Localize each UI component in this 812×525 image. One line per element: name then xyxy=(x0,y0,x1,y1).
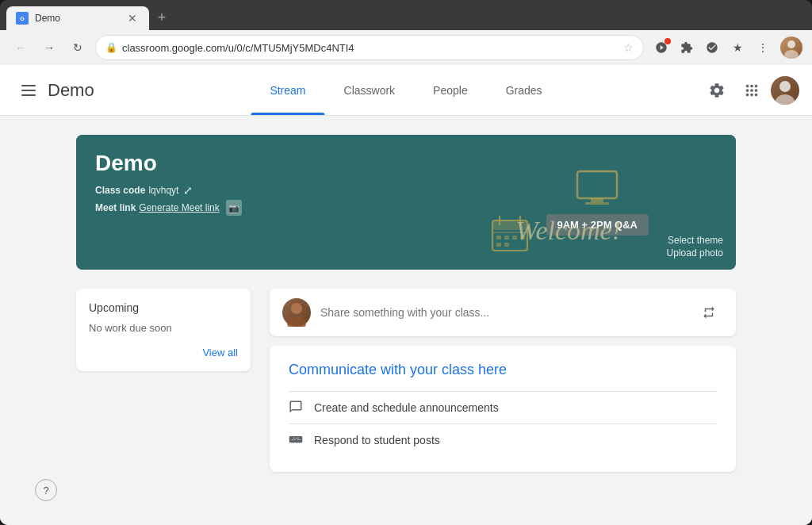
omnibox[interactable]: 🔒 classroom.google.com/u/0/c/MTU5MjY5MDc… xyxy=(95,35,644,60)
class-code-value: lqvhqyt xyxy=(148,185,178,196)
user-avatar[interactable] xyxy=(771,76,799,105)
nav-classwork[interactable]: Classwork xyxy=(325,65,415,115)
nav-people[interactable]: People xyxy=(414,65,487,115)
svg-text:G: G xyxy=(20,16,25,21)
app-logo: Demo xyxy=(48,80,94,101)
active-tab[interactable]: G Demo ✕ xyxy=(6,6,149,30)
generate-meet-link-btn[interactable]: Generate Meet link xyxy=(139,202,219,213)
bookmark-icon[interactable]: ☆ xyxy=(623,41,634,54)
settings-btn[interactable] xyxy=(701,75,733,106)
class-banner: Demo Class code lqvhqyt ⤢ Meet link Gene… xyxy=(76,135,736,270)
profiles-btn[interactable] xyxy=(701,36,723,59)
page-content: Demo Stream Classwork People Grades xyxy=(0,65,812,525)
more-btn[interactable]: ⋮ xyxy=(752,36,774,59)
svg-point-23 xyxy=(291,303,302,314)
svg-rect-5 xyxy=(21,90,36,91)
svg-point-7 xyxy=(779,81,791,92)
communicate-item-1-text: Create and schedule announcements xyxy=(314,401,499,414)
announcement-icon xyxy=(289,400,304,416)
app-nav: Stream Classwork People Grades xyxy=(251,65,561,115)
svg-rect-22 xyxy=(504,243,509,247)
tab-bar: G Demo ✕ + xyxy=(0,0,812,30)
bookmark-star-btn[interactable]: ★ xyxy=(726,36,749,59)
reload-btn[interactable]: ↻ xyxy=(67,36,89,59)
class-code-label: Class code xyxy=(95,185,145,196)
help-area: ? xyxy=(35,479,57,501)
svg-point-24 xyxy=(287,316,306,327)
communicate-card: Communicate with your class here Create … xyxy=(270,346,736,472)
browser-avatar[interactable] xyxy=(780,36,802,59)
code-expand-icon[interactable]: ⤢ xyxy=(183,184,193,197)
browser-frame: G Demo ✕ + ← → ↻ 🔒 classroom.google.com/… xyxy=(0,0,812,525)
communicate-title: Communicate with your class here xyxy=(289,362,717,378)
apps-btn[interactable] xyxy=(736,75,768,106)
svg-point-3 xyxy=(784,50,799,59)
download-icon-btn[interactable] xyxy=(650,36,672,59)
svg-rect-11 xyxy=(585,202,609,205)
svg-rect-18 xyxy=(504,236,509,240)
upcoming-panel: Upcoming No work due soon View all xyxy=(76,289,251,371)
svg-rect-9 xyxy=(577,171,617,198)
new-tab-btn[interactable]: + xyxy=(151,6,173,29)
tab-favicon: G xyxy=(16,12,29,25)
help-btn[interactable]: ? xyxy=(35,479,57,501)
svg-rect-6 xyxy=(21,94,36,96)
extension-btn[interactable] xyxy=(676,36,698,59)
app-header: Demo Stream Classwork People Grades xyxy=(0,65,812,116)
back-btn[interactable]: ← xyxy=(10,36,32,59)
upcoming-empty-text: No work due soon xyxy=(89,322,238,334)
share-box xyxy=(270,289,736,336)
app-header-actions xyxy=(701,75,799,106)
hamburger-btn[interactable] xyxy=(13,75,44,106)
nav-grades[interactable]: Grades xyxy=(487,65,561,115)
welcome-text: Welcome! xyxy=(515,216,621,246)
forward-btn[interactable]: → xyxy=(38,36,60,59)
svg-rect-4 xyxy=(21,85,36,86)
content-row: Upcoming No work due soon View all xyxy=(76,289,736,472)
main-content: Demo Class code lqvhqyt ⤢ Meet link Gene… xyxy=(0,116,812,525)
upcoming-title: Upcoming xyxy=(89,301,238,314)
reply-icon xyxy=(289,432,304,448)
svg-point-8 xyxy=(776,94,795,105)
nav-stream[interactable]: Stream xyxy=(251,65,324,115)
meet-icon: 📷 xyxy=(226,200,242,216)
svg-point-2 xyxy=(787,40,795,48)
view-all-link[interactable]: View all xyxy=(89,347,238,358)
communicate-item-2-text: Respond to student posts xyxy=(314,434,440,446)
content-wrapper: Demo Class code lqvhqyt ⤢ Meet link Gene… xyxy=(57,135,755,472)
banner-illustration: 9AM + 2PM Q&A xyxy=(546,135,649,270)
url-display: classroom.google.com/u/0/c/MTU5MjY5MDc4N… xyxy=(122,42,619,54)
tab-close-btn[interactable]: ✕ xyxy=(125,11,140,25)
select-theme-link[interactable]: Select theme xyxy=(668,235,723,246)
share-input[interactable] xyxy=(320,306,685,319)
monitor-svg xyxy=(573,170,621,208)
communicate-item-1: Create and schedule announcements xyxy=(289,391,717,423)
svg-rect-17 xyxy=(496,236,501,240)
lock-icon: 🔒 xyxy=(105,42,117,53)
svg-rect-21 xyxy=(496,243,501,247)
meet-link-label: Meet link xyxy=(95,202,136,213)
banner-bottom-actions: Select theme Upload photo xyxy=(667,235,723,259)
share-avatar xyxy=(282,298,311,327)
communicate-item-2: Respond to student posts xyxy=(289,423,717,456)
upload-photo-link[interactable]: Upload photo xyxy=(667,247,723,259)
tab-title: Demo xyxy=(35,13,119,24)
notification-dot xyxy=(665,38,671,44)
repost-btn[interactable] xyxy=(695,298,723,327)
browser-toolbar: ← → ↻ 🔒 classroom.google.com/u/0/c/MTU5M… xyxy=(0,30,812,65)
svg-rect-10 xyxy=(591,198,603,202)
toolbar-icons: ★ ⋮ xyxy=(650,36,774,59)
stream-panel: Communicate with your class here Create … xyxy=(270,289,736,472)
